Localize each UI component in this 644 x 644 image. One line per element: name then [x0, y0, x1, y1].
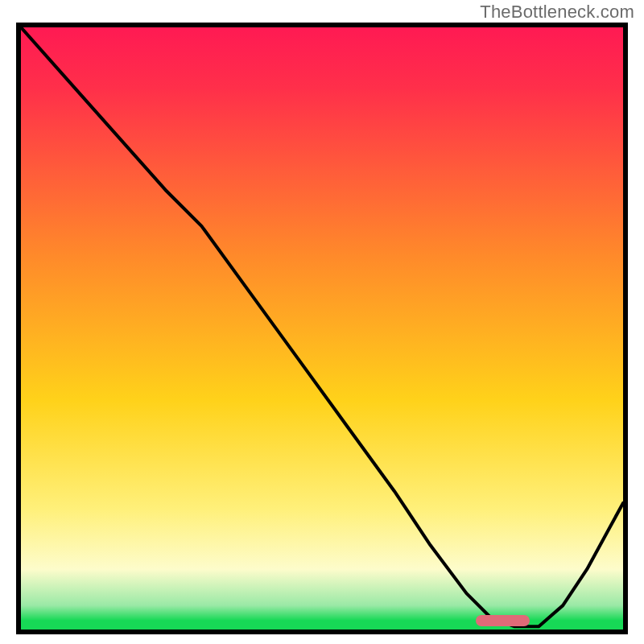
bottleneck-curve [21, 27, 623, 630]
attribution-text: TheBottleneck.com [480, 2, 634, 23]
optimal-marker [476, 615, 530, 626]
plot-frame [16, 23, 628, 634]
chart-container: TheBottleneck.com [0, 0, 644, 644]
plot-inner [21, 27, 623, 630]
